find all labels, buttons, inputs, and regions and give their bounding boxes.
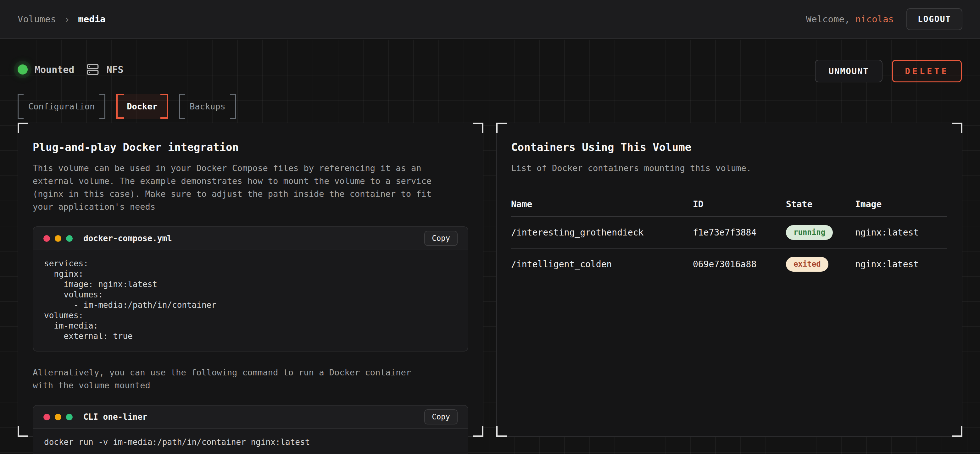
docker-panel-description: This volume can be used in your Docker C… [33, 162, 432, 213]
table-row: /interesting_grothendieck f1e73e7f3884 r… [511, 217, 947, 248]
window-dot-yellow-icon [55, 414, 61, 421]
top-bar-right: Welcome, nicolas LOGOUT [806, 8, 963, 30]
column-header-state: State [786, 192, 855, 217]
containers-panel-title: Containers Using This Volume [511, 141, 947, 154]
corner-bracket-icon [473, 426, 484, 437]
containers-table: Name ID State Image /interesting_grothen… [511, 192, 947, 280]
status-badge-exited: exited [786, 257, 829, 271]
compose-filename: docker-compose.yml [83, 233, 172, 243]
filesystem-type: NFS [86, 63, 123, 76]
cli-copy-button[interactable]: Copy [424, 410, 458, 424]
corner-bracket-icon [952, 426, 963, 437]
cli-code-content: docker run -v im-media:/path/in/containe… [33, 429, 468, 454]
docker-integration-panel: Plug-and-play Docker integration This vo… [18, 122, 484, 437]
corner-bracket-icon [473, 122, 484, 133]
tab-configuration[interactable]: Configuration [18, 94, 105, 119]
container-image-cell: nginx:latest [855, 248, 947, 280]
window-dot-green-icon [66, 414, 73, 421]
column-header-id: ID [693, 192, 786, 217]
tab-bar: Configuration Docker Backups [18, 94, 236, 119]
mounted-label: Mounted [35, 64, 74, 75]
container-state-cell: running [786, 217, 855, 248]
container-id-cell: f1e73e7f3884 [693, 217, 786, 248]
cli-code-block: CLI one-liner Copy docker run -v im-medi… [33, 405, 468, 454]
container-state-cell: exited [786, 248, 855, 280]
window-dot-green-icon [66, 235, 73, 242]
welcome-text: Welcome, nicolas [806, 14, 894, 24]
breadcrumb: Volumes › media [18, 14, 106, 25]
corner-bracket-icon [496, 426, 507, 437]
panels-row: Plug-and-play Docker integration This vo… [18, 122, 963, 437]
delete-button[interactable]: DELETE [892, 60, 962, 83]
docker-panel-title: Plug-and-play Docker integration [33, 141, 468, 154]
corner-bracket-icon [952, 122, 963, 133]
mounted-status: Mounted [18, 64, 74, 75]
corner-bracket-icon [496, 122, 507, 133]
containers-panel: Containers Using This Volume List of Doc… [496, 122, 963, 437]
volume-status-row: Mounted NFS [18, 63, 124, 76]
tab-docker-label: Docker [127, 102, 158, 111]
compose-code-content: services: nginx: image: nginx:latest vol… [33, 250, 468, 351]
window-dots [43, 235, 73, 242]
corner-bracket-icon [18, 426, 28, 437]
window-dot-yellow-icon [55, 235, 61, 242]
column-header-name: Name [511, 192, 693, 217]
volume-actions: UNMOUNT DELETE [815, 60, 962, 83]
containers-table-header-row: Name ID State Image [511, 192, 947, 217]
window-dots [43, 414, 73, 421]
corner-bracket-icon [18, 122, 28, 133]
tab-backups-label: Backups [190, 102, 226, 111]
main-content: Mounted NFS UNMOUNT DELETE Configuration… [0, 40, 980, 454]
breadcrumb-volumes-link[interactable]: Volumes [18, 14, 56, 24]
username: nicolas [856, 14, 894, 24]
mounted-status-dot-icon [18, 65, 28, 75]
fs-type-label: NFS [106, 64, 123, 75]
compose-copy-button[interactable]: Copy [424, 231, 458, 246]
chevron-right-icon: › [64, 14, 70, 25]
container-name-cell: /interesting_grothendieck [511, 217, 693, 248]
compose-code-header: docker-compose.yml Copy [33, 227, 468, 250]
unmount-button[interactable]: UNMOUNT [815, 60, 883, 83]
cli-alternative-text: Alternatively, you can use the following… [33, 366, 432, 392]
column-header-image: Image [855, 192, 947, 217]
container-id-cell: 069e73016a88 [693, 248, 786, 280]
compose-code-block: docker-compose.yml Copy services: nginx:… [33, 226, 468, 351]
tab-docker[interactable]: Docker [116, 94, 168, 119]
top-bar: Volumes › media Welcome, nicolas LOGOUT [0, 0, 980, 39]
cli-block-title: CLI one-liner [83, 412, 148, 422]
server-icon [86, 63, 99, 76]
table-row: /intelligent_colden 069e73016a88 exited … [511, 248, 947, 280]
containers-panel-subtitle: List of Docker containers mounting this … [511, 162, 910, 175]
window-dot-red-icon [43, 414, 50, 421]
window-dot-red-icon [43, 235, 50, 242]
tab-backups[interactable]: Backups [179, 94, 236, 119]
tab-configuration-label: Configuration [28, 102, 95, 111]
breadcrumb-current-volume: media [78, 14, 105, 24]
cli-code-header: CLI one-liner Copy [33, 406, 468, 429]
container-image-cell: nginx:latest [855, 217, 947, 248]
container-name-cell: /intelligent_colden [511, 248, 693, 280]
status-badge-running: running [786, 225, 833, 240]
logout-button[interactable]: LOGOUT [907, 8, 963, 30]
